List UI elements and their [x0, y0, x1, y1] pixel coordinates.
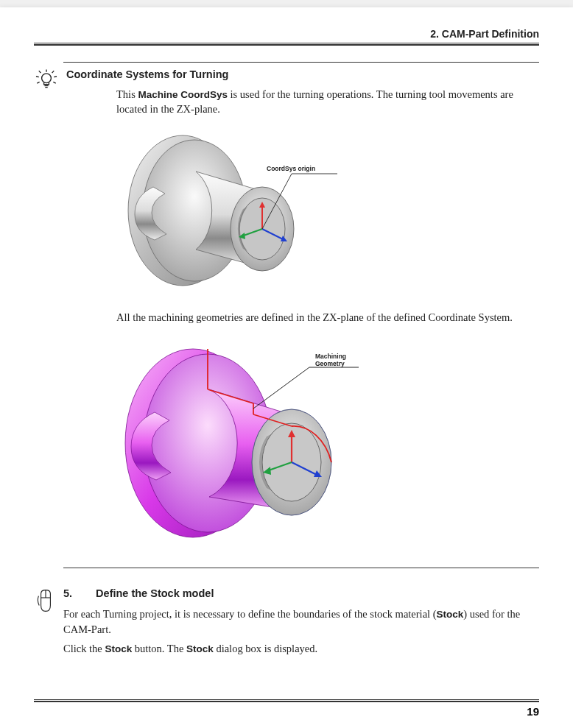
tip-paragraph-2: All the machining geometries are defined… — [116, 311, 539, 325]
step-number: 5. — [63, 587, 72, 599]
bold-text: Stock — [437, 609, 464, 620]
figure-2-label-1: Machining — [315, 353, 346, 360]
svg-line-9 — [53, 82, 55, 83]
text: Click the — [63, 643, 105, 654]
step-heading: 5. Define the Stock model — [63, 587, 539, 599]
svg-line-7 — [54, 77, 57, 77]
figure-2-label-2: Geometry — [315, 360, 345, 367]
svg-line-6 — [36, 77, 39, 77]
header-rule — [34, 43, 539, 46]
text: For each Turning project, it is necessar… — [63, 608, 437, 620]
svg-line-8 — [37, 82, 39, 83]
svg-point-0 — [42, 74, 52, 83]
chapter-header: 2. CAM-Part Definition — [34, 28, 539, 43]
footer-rule — [34, 699, 539, 702]
document-page: 2. CAM-Part Definition Coordinate System… — [0, 7, 573, 728]
step-paragraph-2: Click the Stock button. The Stock dialog… — [63, 641, 539, 657]
tip-paragraph-1: This Machine CoordSys is used for the tu… — [116, 88, 539, 116]
tip-body: This Machine CoordSys is used for the tu… — [116, 88, 539, 568]
page-number: 19 — [34, 705, 539, 718]
step-paragraph-1: For each Turning project, it is necessar… — [63, 607, 539, 637]
lightbulb-icon — [34, 67, 59, 92]
step-body: For each Turning project, it is necessar… — [63, 607, 539, 657]
bold-text: Machine CoordSys — [138, 89, 228, 100]
figure-1-label: CoordSys origin — [267, 165, 315, 172]
text: button. The — [132, 643, 186, 654]
svg-line-4 — [39, 71, 41, 73]
tip-title: Coordinate Systems for Turning — [66, 67, 539, 88]
svg-line-33 — [253, 367, 309, 409]
step-block: 5. Define the Stock model For each Turni… — [63, 587, 539, 657]
bold-text: Stock — [186, 643, 214, 654]
step-title: Define the Stock model — [96, 587, 214, 599]
page-footer: 19 — [34, 699, 539, 718]
figure-2: Machining Geometry — [97, 329, 539, 554]
figure-1: CoordSys origin — [102, 122, 539, 303]
mouse-icon — [34, 587, 57, 614]
text: dialog box is displayed. — [214, 643, 317, 654]
bold-text: Stock — [105, 643, 132, 654]
text: This — [116, 88, 138, 100]
tip-block: Coordinate Systems for Turning This Mach… — [63, 62, 539, 568]
tip-end-rule — [63, 568, 539, 568]
svg-line-5 — [52, 71, 55, 73]
